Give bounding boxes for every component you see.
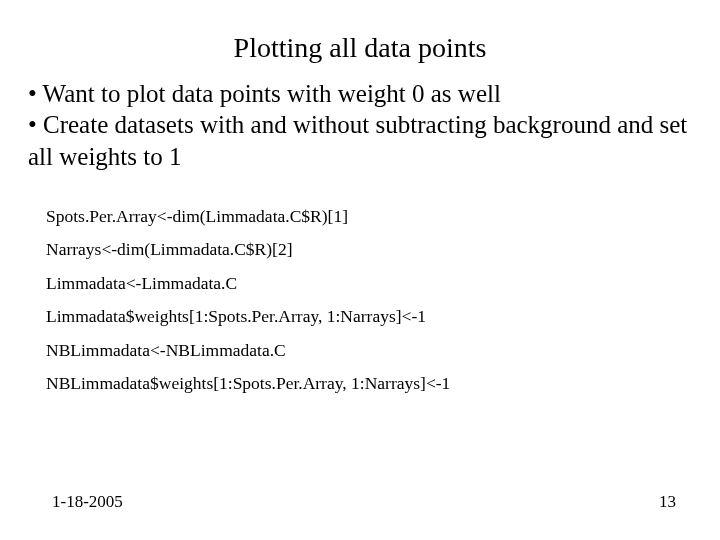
code-line: Limmadata$weights[1:Spots.Per.Array, 1:N… xyxy=(46,308,692,326)
footer-date: 1-18-2005 xyxy=(52,492,123,512)
code-line: Spots.Per.Array<-dim(Limmadata.C$R)[1] xyxy=(46,208,692,226)
bullet-item: • Create datasets with and without subtr… xyxy=(28,109,692,172)
footer: 1-18-2005 13 xyxy=(0,492,720,512)
bullet-list: • Want to plot data points with weight 0… xyxy=(28,78,692,172)
footer-page-number: 13 xyxy=(659,492,676,512)
slide-title: Plotting all data points xyxy=(28,32,692,64)
code-line: NBLimmadata<-NBLimmadata.C xyxy=(46,342,692,360)
bullet-item: • Want to plot data points with weight 0… xyxy=(28,78,692,109)
code-line: Limmadata<-Limmadata.C xyxy=(46,275,692,293)
code-line: NBLimmadata$weights[1:Spots.Per.Array, 1… xyxy=(46,375,692,393)
code-block: Spots.Per.Array<-dim(Limmadata.C$R)[1] N… xyxy=(28,208,692,393)
code-line: Narrays<-dim(Limmadata.C$R)[2] xyxy=(46,241,692,259)
